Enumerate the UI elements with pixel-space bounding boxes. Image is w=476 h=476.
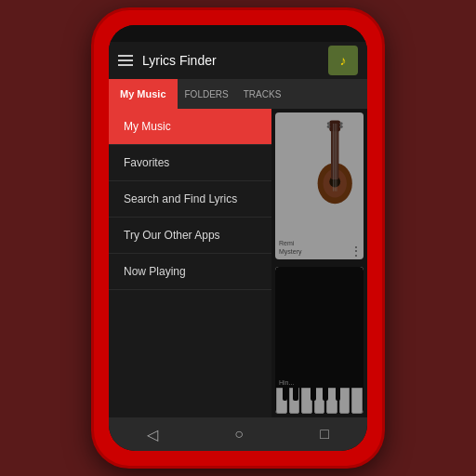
avatar-icon: ♪ [340, 53, 347, 68]
recent-button[interactable]: □ [309, 422, 340, 446]
drawer-item-other-apps[interactable]: Try Our Other Apps [109, 218, 271, 254]
tabs-row: My Music FOLDERS TRACKS [109, 79, 367, 109]
avatar[interactable]: ♪ [328, 46, 358, 75]
tab-folders[interactable]: FOLDERS [178, 89, 236, 99]
drawer-dim-overlay[interactable] [271, 109, 367, 417]
app-bar: Lyrics Finder ♪ [109, 42, 367, 79]
drawer-item-search-lyrics[interactable]: Search and Find Lyrics [109, 181, 271, 218]
drawer-item-my-music[interactable]: My Music [109, 109, 271, 145]
hamburger-icon[interactable] [118, 55, 133, 66]
drawer-item-favorites[interactable]: Favorites [109, 145, 271, 181]
phone-outer: Lyrics Finder ♪ My Music FOLDERS TRACKS [94, 10, 382, 466]
phone-screen: Lyrics Finder ♪ My Music FOLDERS TRACKS [109, 25, 367, 451]
drawer-item-now-playing[interactable]: Now Playing [109, 254, 271, 290]
app-title: Lyrics Finder [142, 53, 319, 68]
back-button[interactable]: ◁ [136, 422, 169, 447]
content-area: RemiMystery ⋮ [109, 109, 367, 417]
status-bar [109, 25, 367, 42]
tab-tracks[interactable]: TRACKS [236, 89, 289, 99]
tab-my-music[interactable]: My Music [109, 79, 178, 109]
bottom-navigation: ◁ ○ □ [109, 417, 367, 451]
home-button[interactable]: ○ [223, 422, 255, 446]
navigation-drawer: My Music Favorites Search and Find Lyric… [109, 109, 271, 417]
